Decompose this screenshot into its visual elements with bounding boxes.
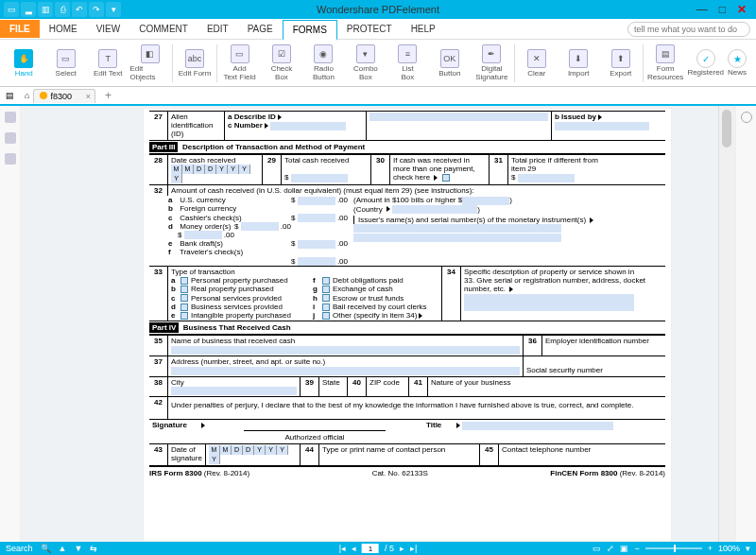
menu-page[interactable]: PAGE	[238, 20, 283, 38]
date-digit[interactable]: D	[194, 165, 205, 174]
combo-box-tool[interactable]: ▾Combo Box	[346, 42, 386, 85]
form-input[interactable]	[298, 257, 335, 266]
form-input[interactable]	[392, 205, 477, 214]
button-tool[interactable]: OKButton	[430, 42, 470, 85]
date-digit[interactable]: M	[220, 445, 232, 455]
form-checkbox[interactable]	[322, 312, 330, 320]
zoom-out-icon[interactable]: −	[634, 544, 639, 553]
form-input[interactable]	[241, 222, 279, 231]
form-checkbox[interactable]	[180, 312, 188, 320]
form-input[interactable]	[555, 122, 649, 130]
form-input[interactable]	[184, 231, 222, 239]
hand-tool[interactable]: ✋Hand	[4, 42, 43, 85]
select-tool[interactable]: ▭Select	[45, 42, 85, 85]
menu-help[interactable]: HELP	[402, 20, 445, 38]
date-digit[interactable]: D	[205, 165, 216, 174]
form-checkbox[interactable]	[322, 277, 330, 285]
digital-signature-tool[interactable]: ✒Digital Signature	[472, 42, 511, 85]
first-page-icon[interactable]: |◂	[339, 544, 346, 553]
edit-text-tool[interactable]: TEdit Text	[88, 42, 128, 85]
zoom-in-icon[interactable]: +	[708, 544, 713, 553]
document-viewport[interactable]: 27 Alienidentification (ID) a Describe I…	[21, 106, 718, 542]
qat-more-icon[interactable]: ▾	[106, 2, 121, 17]
form-input[interactable]	[353, 234, 561, 242]
menu-home[interactable]: HOME	[40, 20, 87, 38]
export-tool[interactable]: ⬆Export	[600, 42, 640, 85]
fit-width-icon[interactable]: ⤢	[607, 544, 614, 553]
qat-redo-icon[interactable]: ↷	[89, 2, 104, 17]
form-input[interactable]	[298, 214, 335, 222]
vertical-scrollbar[interactable]	[718, 106, 735, 542]
date-digit[interactable]: M	[209, 445, 220, 455]
date-digit[interactable]: Y	[277, 445, 288, 455]
date-digit[interactable]: M	[171, 165, 182, 174]
file-menu[interactable]: FILE	[0, 20, 40, 38]
zoom-dropdown-icon[interactable]: ▾	[746, 544, 750, 553]
menu-comment[interactable]: COMMENT	[129, 20, 198, 38]
radio-button-tool[interactable]: ◉Radio Button	[303, 42, 343, 85]
fit-page-icon[interactable]: ▣	[620, 544, 628, 553]
last-page-icon[interactable]: ▸|	[410, 544, 417, 553]
next-page-icon[interactable]: ▸	[400, 544, 404, 553]
nav-up-icon[interactable]: ▲	[59, 544, 67, 553]
form-input[interactable]	[464, 303, 634, 311]
bookmarks-icon[interactable]	[5, 112, 16, 123]
menu-view[interactable]: VIEW	[87, 20, 130, 38]
form-resources-tool[interactable]: ▤Form Resources	[645, 42, 685, 85]
menu-forms[interactable]: FORMS	[283, 20, 337, 41]
import-tool[interactable]: ⬇Import	[558, 42, 598, 85]
find-icon[interactable]: 🔍	[41, 544, 51, 553]
prev-page-icon[interactable]: ◂	[352, 544, 356, 553]
date-digit[interactable]: Y	[266, 445, 277, 455]
date-digit[interactable]: Y	[171, 174, 182, 183]
edit-form-tool[interactable]: abcEdit Form	[175, 42, 215, 85]
nav-down-icon[interactable]: ▼	[74, 544, 82, 553]
check-box-tool[interactable]: ☑Check Box	[262, 42, 301, 85]
qat-undo-icon[interactable]: ↶	[72, 2, 87, 17]
date-digit[interactable]: Y	[254, 445, 266, 455]
tab-close-icon[interactable]: ×	[86, 92, 91, 101]
form-checkbox[interactable]	[180, 286, 188, 293]
status-search[interactable]: Search	[6, 544, 33, 553]
form-checkbox[interactable]	[322, 286, 330, 293]
form-input[interactable]	[353, 224, 561, 233]
attachments-icon[interactable]	[5, 153, 16, 165]
gear-icon[interactable]	[741, 112, 752, 123]
form-input[interactable]	[464, 294, 634, 303]
form-input[interactable]	[270, 122, 346, 130]
clear-tool[interactable]: ✕Clear	[517, 42, 557, 85]
form-input[interactable]	[298, 240, 335, 249]
form-input[interactable]	[171, 387, 297, 395]
form-checkbox[interactable]	[180, 294, 188, 302]
zoom-slider[interactable]	[645, 547, 702, 549]
scrollbar-thumb[interactable]	[722, 110, 731, 147]
document-tab[interactable]: f8300×	[33, 89, 95, 103]
menu-protect[interactable]: PROTECT	[337, 20, 402, 38]
form-input[interactable]	[518, 174, 575, 182]
date-digit[interactable]: Y	[228, 165, 239, 174]
form-checkbox[interactable]	[322, 304, 330, 311]
form-checkbox[interactable]	[442, 174, 450, 182]
page-input[interactable]	[362, 544, 379, 553]
list-box-tool[interactable]: ≡List Box	[387, 42, 427, 85]
qat-save-icon[interactable]: ▥	[38, 2, 53, 17]
news-button[interactable]: ★News	[728, 49, 747, 77]
form-input[interactable]	[462, 422, 613, 430]
form-input[interactable]	[369, 113, 548, 121]
edit-objects-tool[interactable]: ◧Edit Objects	[129, 42, 169, 85]
help-search-input[interactable]	[627, 22, 750, 37]
thumbnails-panel-icon[interactable]	[5, 132, 16, 144]
add-text-field-tool[interactable]: ▭Add Text Field	[219, 42, 259, 85]
form-input[interactable]	[171, 367, 520, 375]
date-digit[interactable]: Y	[216, 165, 228, 174]
view-mode-icon[interactable]: ▭	[593, 544, 601, 553]
form-checkbox[interactable]	[322, 294, 330, 302]
close-button[interactable]: ✕	[737, 3, 747, 16]
zoom-handle[interactable]	[674, 545, 676, 552]
maximize-button[interactable]: □	[719, 3, 726, 16]
form-input[interactable]	[171, 346, 520, 355]
date-digit[interactable]: D	[243, 445, 254, 455]
form-input[interactable]	[462, 197, 509, 205]
qat-icon[interactable]: ▭	[4, 2, 19, 17]
form-input[interactable]	[291, 174, 348, 182]
